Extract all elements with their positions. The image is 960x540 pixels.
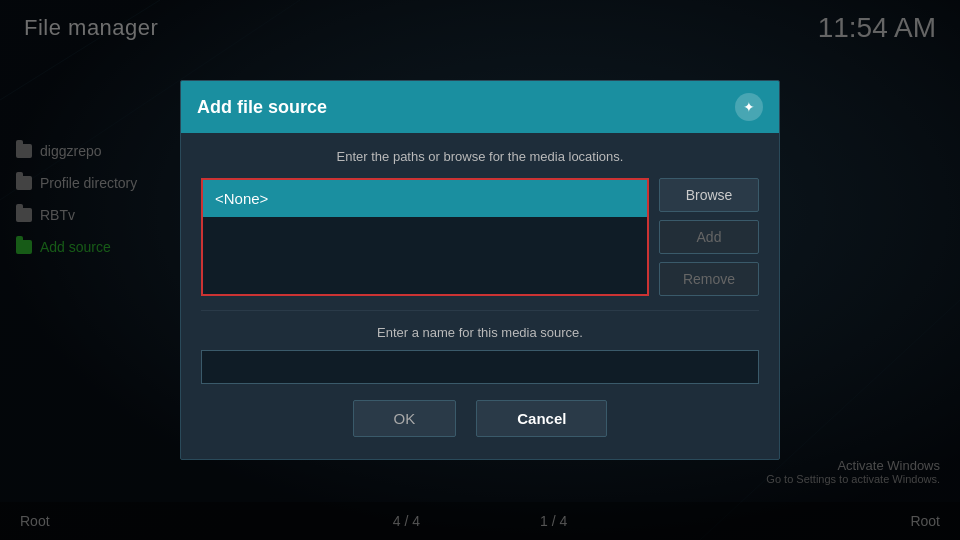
cancel-button[interactable]: Cancel [476,400,607,437]
ok-button[interactable]: OK [353,400,457,437]
dialog-body: Enter the paths or browse for the media … [181,133,779,459]
dialog-name-label: Enter a name for this media source. [201,325,759,340]
browse-button[interactable]: Browse [659,178,759,212]
source-action-buttons: Browse Add Remove [659,178,759,296]
dialog-title: Add file source [197,97,327,118]
source-input-empty [203,217,647,294]
source-none-label[interactable]: <None> [203,180,647,217]
dialog-subtitle: Enter the paths or browse for the media … [201,149,759,164]
source-input-row: <None> Browse Add Remove [201,178,759,296]
remove-button[interactable]: Remove [659,262,759,296]
media-source-name-input[interactable] [201,350,759,384]
kodi-icon: ✦ [735,93,763,121]
add-file-source-dialog: Add file source ✦ Enter the paths or bro… [180,80,780,460]
add-button[interactable]: Add [659,220,759,254]
dialog-header: Add file source ✦ [181,81,779,133]
dialog-overlay: Add file source ✦ Enter the paths or bro… [0,0,960,540]
dialog-footer: OK Cancel [201,400,759,443]
source-path-area[interactable]: <None> [201,178,649,296]
dialog-divider [201,310,759,311]
